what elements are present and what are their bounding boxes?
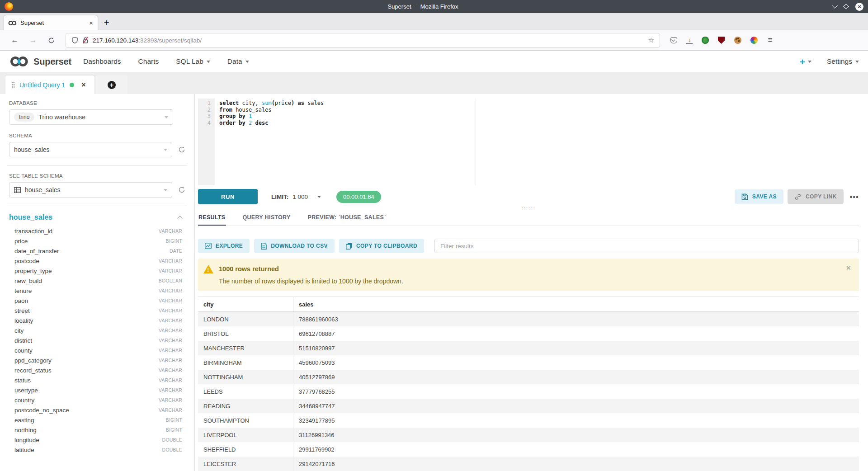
schema-column-row[interactable]: postcode_no_spaceVARCHAR (9, 405, 185, 415)
schema-column-row[interactable]: record_statusVARCHAR (9, 365, 185, 375)
sql-editor[interactable]: 1select city, sum(price) as sales2from h… (198, 99, 859, 185)
table-row[interactable]: SHEFFIELD29911769902 (198, 442, 859, 457)
tab-query-history[interactable]: QUERY HISTORY (242, 212, 291, 226)
copy-link-button[interactable]: COPY LINK (788, 189, 844, 204)
alert-close-icon[interactable]: ✕ (845, 264, 851, 272)
schema-column-row[interactable]: statusVARCHAR (9, 375, 185, 385)
explore-button[interactable]: EXPLORE (198, 239, 250, 253)
code-line[interactable]: order by 2 desc (215, 120, 268, 127)
window-maximize-icon[interactable] (843, 4, 849, 9)
column-header-sales[interactable]: sales (293, 301, 859, 308)
cell-sales: 40512797869 (293, 374, 859, 381)
panel-resize-handle[interactable]: ············ (198, 204, 859, 212)
table-row[interactable]: READING34468947747 (198, 399, 859, 413)
query-tab-close-icon[interactable]: × (81, 81, 85, 89)
tab-results[interactable]: RESULTS (198, 212, 226, 226)
schema-column-row[interactable]: postcodeVARCHAR (9, 256, 185, 266)
schema-column-row[interactable]: priceBIGINT (9, 236, 185, 246)
table-row[interactable]: BIRMINGHAM45960075093 (198, 355, 859, 370)
window-minimize-icon[interactable] (832, 3, 838, 9)
pocket-icon[interactable] (670, 37, 678, 44)
column-type: VARCHAR (159, 407, 182, 413)
run-button[interactable]: RUN (198, 189, 258, 204)
brand-name: Superset (33, 57, 71, 67)
cookie-extension-icon[interactable] (734, 37, 741, 44)
schema-column-row[interactable]: usertypeVARCHAR (9, 385, 185, 395)
table-select[interactable]: house_sales (9, 182, 172, 198)
tab-close-icon[interactable]: × (89, 19, 93, 26)
schema-column-row[interactable]: eastingBIGINT (9, 415, 185, 425)
download-csv-button[interactable]: DOWNLOAD TO CSV (254, 239, 335, 253)
schema-column-row[interactable]: localityVARCHAR (9, 316, 185, 325)
privacy-badger-icon[interactable] (701, 37, 709, 44)
table-name-heading[interactable]: house_sales (9, 213, 178, 221)
refresh-tables-button[interactable] (178, 186, 185, 193)
schema-column-row[interactable]: paonVARCHAR (9, 296, 185, 306)
browser-tab[interactable]: Superset × (4, 15, 98, 30)
cell-sales: 31126991346 (293, 432, 859, 438)
insecure-lock-icon[interactable] (82, 37, 89, 44)
column-type: DATE (170, 248, 182, 254)
schema-column-row[interactable]: longitudeDOUBLE (9, 435, 185, 445)
ublock-icon[interactable] (717, 37, 725, 44)
nav-charts[interactable]: Charts (138, 57, 159, 66)
column-header-city[interactable]: city (198, 297, 293, 311)
url-bar[interactable]: 217.160.120.143:32393/superset/sqllab/ ☆ (66, 33, 660, 48)
schema-column-row[interactable]: tenureVARCHAR (9, 286, 185, 296)
back-button[interactable]: ← (5, 36, 24, 45)
window-close-icon[interactable]: × (855, 3, 863, 11)
nav-data[interactable]: Data (227, 57, 249, 66)
nav-dashboards[interactable]: Dashboards (83, 57, 121, 66)
code-line[interactable]: select city, sum(price) as sales (215, 100, 324, 107)
downloads-icon[interactable]: ↓ (686, 37, 693, 44)
schema-column-row[interactable]: northingBIGINT (9, 425, 185, 435)
table-row[interactable]: NOTTINGHAM40512797869 (198, 370, 859, 384)
schema-column-row[interactable]: streetVARCHAR (9, 306, 185, 316)
schema-column-row[interactable]: countryVARCHAR (9, 395, 185, 405)
query-tab-active[interactable]: Untitled Query 1 × (5, 75, 94, 94)
schema-column-row[interactable]: cityVARCHAR (9, 325, 185, 335)
forward-button[interactable]: → (24, 36, 42, 45)
schema-column-row[interactable]: ppd_categoryVARCHAR (9, 355, 185, 365)
table-row[interactable]: LEICESTER29142071716 (198, 457, 859, 471)
column-type: VARCHAR (159, 228, 182, 234)
nav-sql-lab[interactable]: SQL Lab (176, 57, 210, 66)
table-row[interactable]: BRISTOL69612708887 (198, 326, 859, 341)
more-actions-button[interactable]: ••• (850, 193, 859, 201)
copy-clipboard-button[interactable]: COPY TO CLIPBOARD (339, 239, 424, 253)
extension-pinwheel-icon[interactable] (750, 37, 758, 44)
reload-button[interactable] (42, 37, 60, 44)
settings-menu[interactable]: Settings (827, 57, 859, 66)
schema-column-row[interactable]: latitudeDOUBLE (9, 445, 185, 455)
bookmark-star-icon[interactable]: ☆ (648, 36, 654, 44)
schema-select[interactable]: house_sales (9, 142, 172, 157)
schema-column-row[interactable]: date_of_transferDATE (9, 246, 185, 256)
drag-handle-icon[interactable] (12, 81, 15, 88)
schema-column-row[interactable]: transaction_idVARCHAR (9, 226, 185, 236)
filter-results-input[interactable] (434, 239, 859, 253)
limit-dropdown[interactable]: LIMIT: 1 000 (271, 193, 321, 200)
schema-column-row[interactable]: new_buildBOOLEAN (9, 276, 185, 286)
tab-preview[interactable]: PREVIEW: `HOUSE_SALES` (307, 212, 387, 226)
refresh-schemas-button[interactable] (178, 146, 185, 153)
save-as-button[interactable]: SAVE AS (735, 189, 783, 204)
chart-icon (205, 243, 212, 249)
add-query-tab[interactable]: + (96, 75, 127, 94)
schema-column-row[interactable]: property_typeVARCHAR (9, 266, 185, 276)
new-tab-button[interactable]: + (98, 15, 116, 30)
table-row[interactable]: SOUTHAMPTON32349177895 (198, 413, 859, 428)
table-row[interactable]: LONDON788861960063 (198, 312, 859, 326)
shield-icon[interactable] (71, 37, 78, 44)
database-select[interactable]: trino Trino warehouse (9, 109, 173, 125)
code-line[interactable]: from house_sales (215, 107, 272, 113)
table-row[interactable]: LEEDS37779768255 (198, 384, 859, 399)
table-row[interactable]: LIVERPOOL31126991346 (198, 428, 859, 442)
new-item-button[interactable]: + (800, 57, 811, 66)
collapse-chevron-icon[interactable] (177, 216, 182, 221)
menu-hamburger-icon[interactable]: ≡ (766, 37, 774, 44)
schema-column-row[interactable]: countyVARCHAR (9, 345, 185, 355)
schema-column-row[interactable]: districtVARCHAR (9, 335, 185, 345)
table-row[interactable]: MANCHESTER51510820997 (198, 341, 859, 355)
code-line[interactable]: group by 1 (215, 113, 252, 120)
superset-brand[interactable]: Superset (9, 55, 71, 68)
